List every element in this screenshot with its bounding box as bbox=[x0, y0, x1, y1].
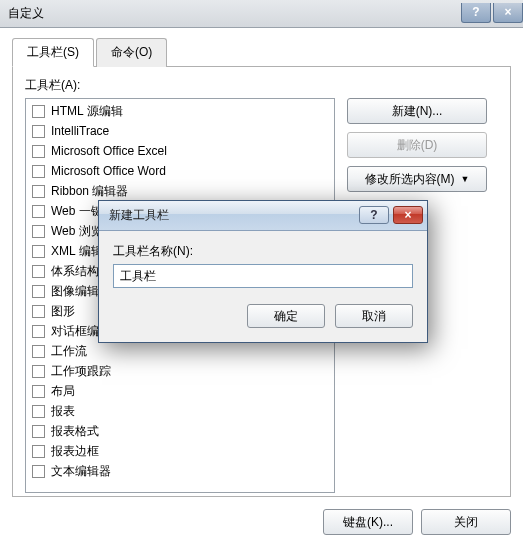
checkbox[interactable] bbox=[32, 185, 45, 198]
tab-commands[interactable]: 命令(O) bbox=[96, 38, 167, 67]
checkbox[interactable] bbox=[32, 325, 45, 338]
list-item[interactable]: HTML 源编辑 bbox=[26, 101, 334, 121]
list-item-label: 报表格式 bbox=[51, 423, 99, 440]
keyboard-button[interactable]: 键盘(K)... bbox=[323, 509, 413, 535]
modal-titlebar-buttons: ? × bbox=[359, 206, 423, 226]
list-item-label: 工作项跟踪 bbox=[51, 363, 111, 380]
list-item-label: 报表 bbox=[51, 403, 75, 420]
customize-dialog: 自定义 ? × 工具栏(S) 命令(O) 工具栏(A): HTML 源编辑Int… bbox=[0, 0, 523, 543]
list-item[interactable]: 布局 bbox=[26, 381, 334, 401]
modal-title: 新建工具栏 bbox=[109, 207, 169, 224]
delete-button: 删除(D) bbox=[347, 132, 487, 158]
list-item[interactable]: Ribbon 编辑器 bbox=[26, 181, 334, 201]
modal-help-button[interactable]: ? bbox=[359, 206, 389, 224]
close-button[interactable]: × bbox=[493, 3, 523, 23]
checkbox[interactable] bbox=[32, 205, 45, 218]
checkbox[interactable] bbox=[32, 345, 45, 358]
list-item[interactable]: 工作流 bbox=[26, 341, 334, 361]
checkbox[interactable] bbox=[32, 385, 45, 398]
checkbox[interactable] bbox=[32, 445, 45, 458]
checkbox[interactable] bbox=[32, 405, 45, 418]
list-item-label: 图形 bbox=[51, 303, 75, 320]
modal-buttons: 确定 取消 bbox=[113, 304, 413, 328]
help-icon: ? bbox=[370, 208, 377, 222]
titlebar: 自定义 ? × bbox=[0, 0, 523, 28]
toolbar-name-input[interactable] bbox=[113, 264, 413, 288]
checkbox[interactable] bbox=[32, 105, 45, 118]
window-title: 自定义 bbox=[8, 5, 44, 22]
list-item[interactable]: Microsoft Office Word bbox=[26, 161, 334, 181]
modify-selection-button[interactable]: 修改所选内容(M) ▼ bbox=[347, 166, 487, 192]
checkbox[interactable] bbox=[32, 245, 45, 258]
checkbox[interactable] bbox=[32, 165, 45, 178]
modal-titlebar: 新建工具栏 ? × bbox=[99, 201, 427, 231]
list-item-label: IntelliTrace bbox=[51, 124, 109, 138]
checkbox[interactable] bbox=[32, 285, 45, 298]
checkbox[interactable] bbox=[32, 145, 45, 158]
list-item-label: HTML 源编辑 bbox=[51, 103, 123, 120]
checkbox[interactable] bbox=[32, 365, 45, 378]
checkbox[interactable] bbox=[32, 125, 45, 138]
list-item-label: 工作流 bbox=[51, 343, 87, 360]
new-toolbar-dialog: 新建工具栏 ? × 工具栏名称(N): 确定 取消 bbox=[98, 200, 428, 343]
modal-close-button[interactable]: × bbox=[393, 206, 423, 224]
list-item-label: 文本编辑器 bbox=[51, 463, 111, 480]
toolbars-label: 工具栏(A): bbox=[25, 77, 498, 94]
titlebar-buttons: ? × bbox=[459, 3, 523, 25]
checkbox[interactable] bbox=[32, 225, 45, 238]
help-icon: ? bbox=[472, 5, 479, 19]
list-item-label: 报表边框 bbox=[51, 443, 99, 460]
list-item[interactable]: 报表边框 bbox=[26, 441, 334, 461]
footer-buttons: 键盘(K)... 关闭 bbox=[323, 509, 511, 535]
checkbox[interactable] bbox=[32, 305, 45, 318]
close-icon: × bbox=[504, 5, 511, 19]
close-icon: × bbox=[404, 208, 411, 222]
tab-strip: 工具栏(S) 命令(O) bbox=[12, 38, 511, 67]
list-item[interactable]: 工作项跟踪 bbox=[26, 361, 334, 381]
list-item[interactable]: IntelliTrace bbox=[26, 121, 334, 141]
help-button[interactable]: ? bbox=[461, 3, 491, 23]
cancel-button[interactable]: 取消 bbox=[335, 304, 413, 328]
chevron-down-icon: ▼ bbox=[461, 174, 470, 184]
list-item-label: 布局 bbox=[51, 383, 75, 400]
list-item-label: Microsoft Office Word bbox=[51, 164, 166, 178]
checkbox[interactable] bbox=[32, 465, 45, 478]
list-item[interactable]: 报表 bbox=[26, 401, 334, 421]
toolbar-name-label: 工具栏名称(N): bbox=[113, 243, 413, 260]
list-item[interactable]: 文本编辑器 bbox=[26, 461, 334, 481]
modal-body: 工具栏名称(N): 确定 取消 bbox=[99, 231, 427, 342]
list-item[interactable]: Microsoft Office Excel bbox=[26, 141, 334, 161]
new-button[interactable]: 新建(N)... bbox=[347, 98, 487, 124]
checkbox[interactable] bbox=[32, 265, 45, 278]
list-item[interactable]: 报表格式 bbox=[26, 421, 334, 441]
checkbox[interactable] bbox=[32, 425, 45, 438]
close-dialog-button[interactable]: 关闭 bbox=[421, 509, 511, 535]
tab-toolbars[interactable]: 工具栏(S) bbox=[12, 38, 94, 67]
list-item-label: Ribbon 编辑器 bbox=[51, 183, 128, 200]
ok-button[interactable]: 确定 bbox=[247, 304, 325, 328]
list-item-label: Microsoft Office Excel bbox=[51, 144, 167, 158]
